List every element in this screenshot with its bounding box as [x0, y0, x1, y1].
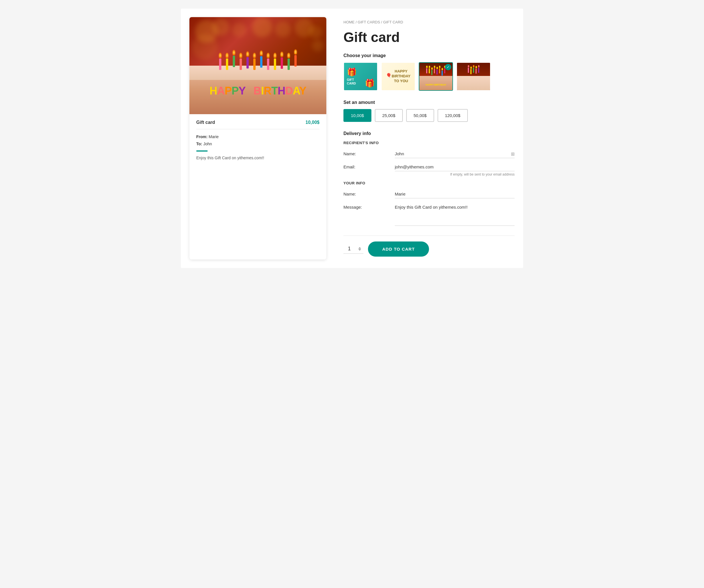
amount-btn-50[interactable]: 50,00$ [406, 109, 434, 122]
product-panel: HOME / GIFT CARDS / GIFT CARD Gift card … [343, 17, 515, 260]
selected-check-badge: ✓ [445, 64, 451, 70]
gc-label: GIFTCARD [347, 78, 356, 85]
amount-label: Set an amount [343, 100, 515, 105]
thumb-christmas-inner [457, 63, 490, 90]
card-title-row: Gift card 10,00$ [196, 120, 319, 129]
recipient-name-input[interactable] [395, 150, 515, 158]
product-title: Gift card [343, 30, 515, 45]
breadcrumb-gift-cards[interactable]: GIFT CARDS [358, 20, 380, 24]
recipient-email-input-wrap: If empty, will be sent to your email add… [395, 163, 515, 176]
gift-card-preview: HAPPY BIRTHDAY Gift card 10,00$ From: Ma… [189, 17, 326, 260]
image-thumb-giftcard[interactable]: 🎁 GIFTCARD 🎁 [343, 62, 378, 91]
card-image: HAPPY BIRTHDAY [189, 17, 326, 114]
qty-arrows[interactable] [358, 247, 361, 251]
balloon-icon: 🎈 [386, 73, 392, 78]
gift-icon: 🎁 [347, 67, 357, 77]
mini-hbd-text: HAPPY BIRTHDAY [426, 83, 446, 86]
sender-name-input-wrap [395, 190, 515, 198]
qty-input[interactable] [346, 246, 357, 252]
recipient-email-row: Email: If empty, will be sent to your em… [343, 163, 515, 176]
message-row: Message: Enjoy this Gift Card on yitheme… [343, 203, 515, 227]
breadcrumb-home[interactable]: HOME [343, 20, 355, 24]
add-to-cart-button[interactable]: ADD TO CART [368, 242, 429, 257]
hbd-text: HAPPY BIRTHDAY [210, 85, 306, 97]
amount-btn-25[interactable]: 25,00$ [375, 109, 403, 122]
recipient-section-label: RECIPIENT'S INFO [343, 141, 515, 145]
candle-group [219, 49, 297, 70]
card-price: 10,00$ [305, 120, 319, 125]
breadcrumb: HOME / GIFT CARDS / GIFT CARD [343, 20, 515, 24]
delivery-section: Delivery info RECIPIENT'S INFO Name: ⊞ E… [343, 131, 515, 227]
sender-name-row: Name: [343, 190, 515, 198]
gift-decoration: 🎁 [365, 78, 375, 88]
qty-input-wrap [343, 244, 363, 254]
card-from-to: From: Marie To: John [196, 133, 319, 148]
candles-scene: HAPPY BIRTHDAY [189, 17, 326, 114]
recipient-name-row: Name: ⊞ [343, 150, 515, 158]
card-message: Enjoy this Gift Card on yithemes.com!! [196, 156, 319, 160]
page-wrapper: HAPPY BIRTHDAY Gift card 10,00$ From: Ma… [181, 9, 523, 268]
image-selector-label: Choose your image [343, 53, 515, 58]
image-selector: 🎁 GIFTCARD 🎁 🎈 HAPPYBIRTHDAYTO YOU [343, 62, 515, 91]
message-textarea[interactable]: Enjoy this Gift Card on yithemes.com!! [395, 203, 515, 226]
card-divider [196, 150, 208, 152]
recipient-email-hint: If empty, will be sent to your email add… [395, 172, 515, 176]
image-thumb-candles[interactable]: HAPPY BIRTHDAY ✓ [419, 62, 453, 91]
hbty-text: HAPPYBIRTHDAYTO YOU [392, 69, 410, 84]
message-label: Message: [343, 203, 395, 210]
recipient-email-label: Email: [343, 163, 395, 169]
amount-btn-120[interactable]: 120,00$ [437, 109, 468, 122]
sender-name-input[interactable] [395, 190, 515, 198]
message-input-wrap: Enjoy this Gift Card on yithemes.com!! [395, 203, 515, 227]
card-name: Gift card [196, 120, 215, 125]
mini-cake-area-2 [457, 76, 490, 90]
breadcrumb-sep1: / [356, 20, 358, 24]
image-thumb-christmas[interactable] [456, 62, 491, 91]
amount-btn-10[interactable]: 10,00$ [343, 109, 371, 122]
mini-candle-row-2 [457, 65, 490, 74]
mini-cake-area [419, 76, 453, 90]
recipient-name-label: Name: [343, 150, 395, 156]
sender-section-label: YOUR INFO [343, 181, 515, 185]
cart-row: ADD TO CART [343, 235, 515, 257]
sender-name-label: Name: [343, 190, 395, 196]
image-thumb-hbty[interactable]: 🎈 HAPPYBIRTHDAYTO YOU [381, 62, 415, 91]
qty-arrow-down[interactable] [358, 249, 361, 251]
delivery-label: Delivery info [343, 131, 515, 136]
breadcrumb-gift-card: GIFT CARD [383, 20, 403, 24]
qty-arrow-up[interactable] [358, 247, 361, 249]
card-details: Gift card 10,00$ From: Marie To: John En… [189, 114, 326, 169]
recipient-name-icon: ⊞ [511, 151, 515, 157]
recipient-name-input-wrap: ⊞ [395, 150, 515, 158]
amount-buttons: 10,00$ 25,00$ 50,00$ 120,00$ [343, 109, 515, 122]
recipient-email-input[interactable] [395, 163, 515, 171]
